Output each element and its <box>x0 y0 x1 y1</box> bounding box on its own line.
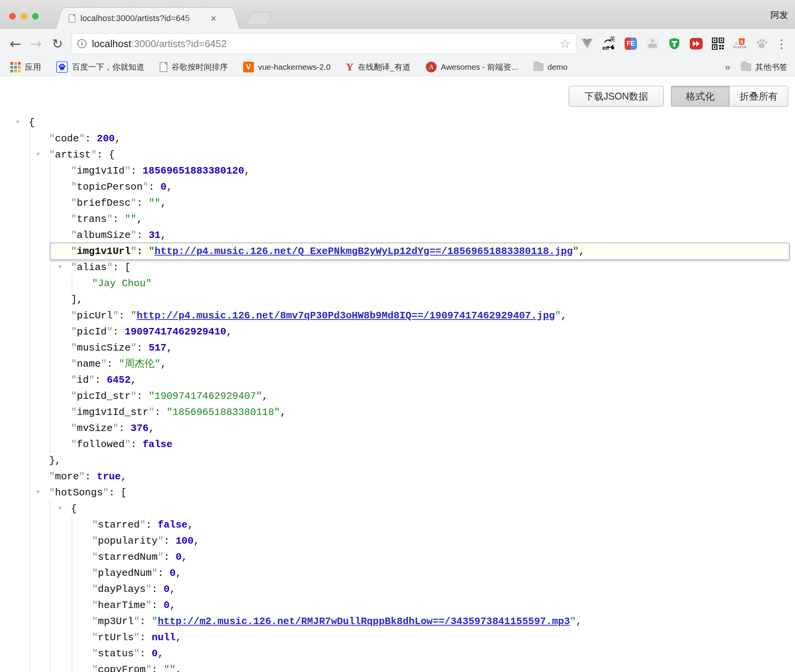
json-token: " <box>140 519 146 531</box>
download-json-button[interactable]: 下载JSON数据 <box>569 86 664 107</box>
json-token: 0 <box>152 648 158 659</box>
json-token: "周杰伦" <box>119 358 160 370</box>
json-token: : <box>137 246 149 257</box>
json-row: ▼"artist": { <box>0 147 795 163</box>
new-tab-button[interactable] <box>246 12 272 25</box>
page-info-icon[interactable]: i <box>77 39 87 48</box>
paw-icon[interactable] <box>755 37 768 50</box>
vue-devtools-icon[interactable] <box>581 37 594 50</box>
json-token: img1v1Id <box>77 165 125 177</box>
json-token: 0 <box>170 567 176 579</box>
json-token: " <box>131 310 137 321</box>
bookmark-item[interactable]: AAwesomes - 前端资... <box>426 62 518 72</box>
qrcode-icon[interactable] <box>712 37 725 50</box>
json-token: " <box>71 246 77 257</box>
collapse-all-button[interactable]: 折叠所有 <box>730 86 788 106</box>
json-token: " <box>92 664 98 672</box>
json-token: : <box>158 567 170 579</box>
json-token: " <box>103 487 109 498</box>
json-token: " <box>71 342 77 354</box>
json-token: : <box>131 439 142 450</box>
json-token: : <box>140 632 152 643</box>
bookmark-item[interactable]: demo <box>533 62 568 72</box>
json-token: albumSize <box>77 229 131 241</box>
bookmark-item[interactable]: 谷歌按时间排序 <box>160 62 228 72</box>
reload-button[interactable]: ↻ <box>48 29 67 58</box>
tampermonkey-icon[interactable] <box>668 37 681 50</box>
page-icon <box>160 62 167 72</box>
json-token: : <box>85 133 97 144</box>
json-token: " <box>131 246 137 257</box>
json-url-link[interactable]: http://m2.music.126.net/RMJR7wDullRqppBk… <box>158 616 570 627</box>
json-token: " <box>146 664 152 672</box>
json-token: , <box>167 181 173 193</box>
collapse-triangle-icon[interactable]: ▼ <box>58 259 62 275</box>
json-token: picUrl <box>77 310 113 321</box>
close-window-icon[interactable] <box>9 13 16 20</box>
json-token: "" <box>124 213 136 225</box>
json-token: dayPlays <box>98 583 146 595</box>
json-token: , <box>262 390 268 402</box>
html5-player-icon[interactable]: si 5 PLAYER <box>733 37 746 50</box>
bookmarks-bar: 应用 百度一下，你就知道谷歌按时间排序Vvue-hackernews-2.0Y在… <box>0 58 795 76</box>
json-row: "dayPlays": 0, <box>0 581 795 597</box>
collapse-triangle-icon[interactable]: ▼ <box>36 485 40 501</box>
json-token: 6452 <box>107 374 131 386</box>
bookmark-item[interactable]: Y在线翻译_有道 <box>346 61 411 73</box>
bookmark-label: 应用 <box>25 62 41 72</box>
other-bookmarks-folder[interactable]: 其他书签 <box>741 62 787 72</box>
sitemap-icon[interactable] <box>646 37 659 50</box>
format-button[interactable]: 格式化 <box>671 86 730 106</box>
json-token: picId <box>77 326 107 338</box>
json-url-link[interactable]: http://p4.music.126.net/Q_ExePNkmgB2yWyL… <box>154 246 573 257</box>
browser-menu-icon[interactable]: ⋮ <box>776 33 787 54</box>
collapse-triangle-icon[interactable]: ▼ <box>16 115 20 131</box>
collapse-triangle-icon[interactable]: ▼ <box>36 147 40 163</box>
back-button[interactable]: ← <box>7 29 24 58</box>
json-row: "Jay Chou" <box>0 275 795 292</box>
translate-icon[interactable]: 英 en <box>602 37 615 50</box>
json-token: " <box>92 600 98 611</box>
url-field[interactable]: i localhost:3000/artists?id=6452 ☆ <box>72 33 576 54</box>
json-token: " <box>92 551 98 563</box>
browser-tab[interactable]: localhost:3000/artists?id=645 × <box>64 7 231 29</box>
json-token: }, <box>49 455 61 466</box>
minimize-window-icon[interactable] <box>21 13 27 20</box>
json-url-link[interactable]: http://p4.music.126.net/8mv7qP30Pd3oHW8b… <box>137 310 555 321</box>
fe-icon[interactable]: FE <box>624 37 637 50</box>
bookmarks-overflow-chevron[interactable]: » <box>725 61 730 73</box>
zoom-window-icon[interactable] <box>32 13 39 20</box>
json-token: : <box>149 181 160 193</box>
json-token: playedNum <box>98 567 152 579</box>
tab-close-icon[interactable]: × <box>211 13 216 23</box>
browser-user-label[interactable]: 阿发 <box>770 9 788 21</box>
json-token: : <box>154 406 166 418</box>
json-token: " <box>49 487 55 498</box>
forward-button[interactable]: → <box>28 29 44 58</box>
bookmark-item[interactable]: Vvue-hackernews-2.0 <box>243 62 330 72</box>
json-row: "popularity": 100, <box>0 533 795 549</box>
collapse-triangle-icon[interactable]: ▼ <box>58 501 62 517</box>
fast-forward-icon[interactable] <box>690 37 703 50</box>
json-row: ▼"hotSongs": [ <box>0 485 795 501</box>
json-row: "img1v1Id": 18569651883380120, <box>0 163 795 179</box>
json-token: " <box>92 632 98 643</box>
tab-title: localhost:3000/artists?id=645 <box>80 13 207 23</box>
json-row: ▼{ <box>0 501 795 517</box>
json-token: , <box>170 600 176 611</box>
bookmark-item[interactable]: 应用 <box>10 62 41 72</box>
json-token: code <box>55 133 79 144</box>
json-row: "mp3Url": "http://m2.music.126.net/RMJR7… <box>0 613 795 629</box>
json-row: "picUrl": "http://p4.music.126.net/8mv7q… <box>0 308 795 324</box>
json-token: : <box>119 423 131 434</box>
json-token: " <box>49 471 55 482</box>
json-token: , <box>131 374 137 386</box>
json-token: : [ <box>113 262 131 273</box>
json-row: "status": 0, <box>0 646 795 662</box>
apps-grid-icon <box>10 62 21 72</box>
json-row: "playedNum": 0, <box>0 565 795 581</box>
json-token: " <box>142 181 149 193</box>
bookmark-star-icon[interactable]: ☆ <box>559 36 571 51</box>
bookmark-item[interactable]: 百度一下，你就知道 <box>56 61 144 73</box>
json-token: " <box>131 229 137 241</box>
